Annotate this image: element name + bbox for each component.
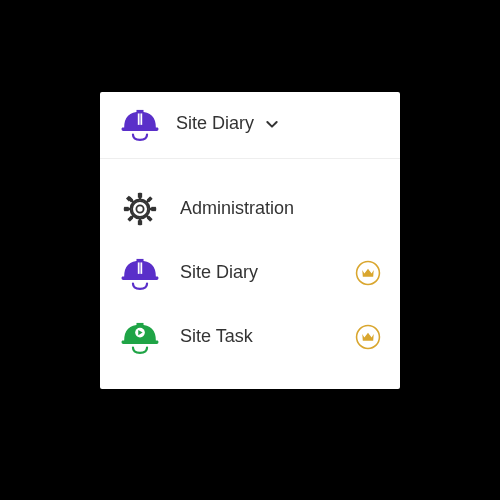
svg-rect-18: [136, 258, 143, 276]
menu-label: Site Task: [180, 326, 336, 347]
menu-item-administration[interactable]: Administration: [100, 177, 400, 241]
svg-rect-1: [138, 113, 140, 124]
svg-rect-0: [136, 109, 143, 127]
gear-icon: [118, 187, 162, 231]
svg-rect-7: [138, 192, 142, 197]
dropdown-menu: Administration Site Diary: [100, 159, 400, 389]
svg-rect-2: [140, 113, 142, 124]
svg-rect-20: [140, 262, 142, 273]
helmet-purple-icon: [118, 102, 162, 146]
svg-rect-10: [151, 207, 156, 211]
menu-label: Site Diary: [180, 262, 336, 283]
helmet-green-icon: [118, 315, 162, 359]
dropdown-header[interactable]: Site Diary: [100, 92, 400, 159]
svg-rect-9: [124, 207, 129, 211]
dropdown-panel: Site Diary: [100, 92, 400, 389]
menu-label: Administration: [180, 198, 336, 219]
svg-rect-8: [138, 220, 142, 225]
helmet-purple-icon: [118, 251, 162, 295]
badge-empty: [354, 195, 382, 223]
svg-rect-19: [138, 262, 140, 273]
menu-item-site-diary[interactable]: Site Diary: [100, 241, 400, 305]
menu-item-site-task[interactable]: Site Task: [100, 305, 400, 369]
chevron-down-icon: [264, 116, 280, 132]
dropdown-title: Site Diary: [176, 113, 254, 134]
crown-badge-icon: [354, 323, 382, 351]
crown-badge-icon: [354, 259, 382, 287]
